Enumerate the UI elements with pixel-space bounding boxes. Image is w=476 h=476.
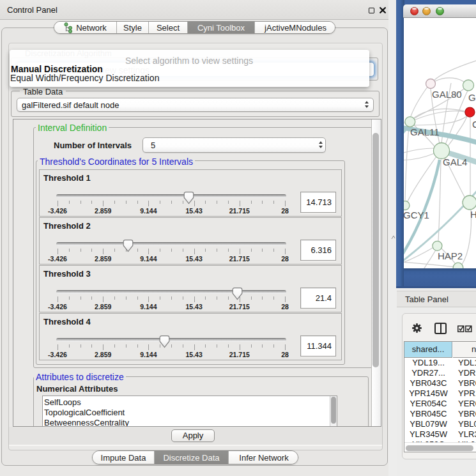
svg-text:C: C bbox=[472, 119, 476, 130]
svg-text:GCY1: GCY1 bbox=[404, 210, 429, 220]
svg-text:GAL4: GAL4 bbox=[443, 157, 467, 167]
svg-text:GAL80: GAL80 bbox=[432, 89, 462, 100]
svg-text:G.: G. bbox=[468, 92, 476, 103]
svg-text:GAL11: GAL11 bbox=[410, 127, 440, 137]
svg-text:HAP2: HAP2 bbox=[438, 250, 463, 261]
svg-text:H: H bbox=[470, 209, 476, 220]
